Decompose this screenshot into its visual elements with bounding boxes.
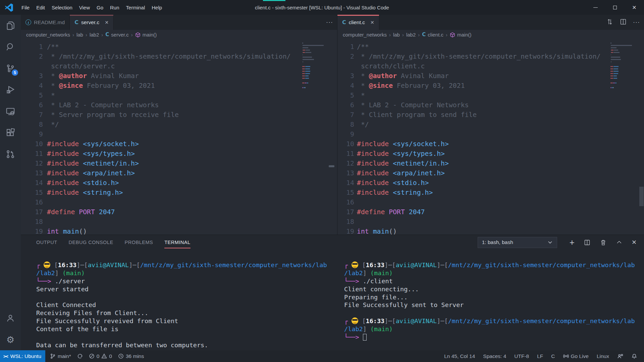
indentation-status[interactable]: Spaces: 4 xyxy=(483,353,506,359)
menu-selection[interactable]: Selection xyxy=(48,3,76,12)
window-title: client.c - sixth-semester [WSL: Ubuntu] … xyxy=(255,5,389,10)
encoding-status[interactable]: UTF-8 xyxy=(514,353,529,359)
menu-terminal[interactable]: Terminal xyxy=(123,3,149,12)
kill-terminal-icon[interactable] xyxy=(600,239,607,246)
code-editor-client[interactable]: 1/**2 * /mnt/z/my_git/sixth-semester/com… xyxy=(337,39,644,235)
breadcrumb-item[interactable]: lab2 xyxy=(406,32,416,38)
minimize-button[interactable] xyxy=(586,0,605,15)
feedback-person-icon xyxy=(617,353,623,359)
git-branch-status[interactable]: main* xyxy=(50,353,71,359)
menu-view[interactable]: View xyxy=(76,3,93,12)
close-tab-icon[interactable]: ✕ xyxy=(105,20,109,25)
more-actions-icon[interactable]: ··· xyxy=(326,19,333,26)
terminal-line: Receiving Files from Client... xyxy=(36,309,337,317)
close-tab-icon[interactable]: ✕ xyxy=(370,20,374,25)
breadcrumb-item[interactable]: lab xyxy=(393,32,400,38)
branch-icon xyxy=(50,353,56,359)
terminal-line xyxy=(344,309,644,317)
tab-server-c[interactable]: C server.c ✕ xyxy=(70,15,114,30)
panel-tab-debug-console[interactable]: DEBUG CONSOLE xyxy=(69,238,113,246)
breadcrumb[interactable]: computer_networks›lab›lab2›Cserver.c›mai… xyxy=(21,30,337,39)
notifications-button[interactable] xyxy=(631,353,637,359)
tab-readme[interactable]: i README.md xyxy=(21,15,70,30)
breadcrumb-symbol[interactable]: main() xyxy=(143,32,157,38)
broadcast-icon xyxy=(563,353,569,359)
terminal-server[interactable]: ┌ [16:33]─[avii@AVINAL]─[/mnt/z/my_git/s… xyxy=(21,261,337,349)
code-line: 17#define PORT 2047 xyxy=(337,207,644,217)
run-debug-icon[interactable] xyxy=(0,79,21,101)
code-line: scratch/server.c xyxy=(21,61,337,71)
feedback-button[interactable] xyxy=(617,353,623,359)
menu-run[interactable]: Run xyxy=(107,3,123,12)
problems-status[interactable]: 0 0 xyxy=(89,353,112,359)
code-line: 15#include <string.h> xyxy=(337,188,644,197)
code-line: 18 xyxy=(337,217,644,227)
breadcrumb-item[interactable]: lab2 xyxy=(90,32,99,38)
panel-tab-terminal[interactable]: TERMINAL xyxy=(164,238,190,246)
terminal-client[interactable]: ┌ [16:33]─[avii@AVINAL]─[/mnt/z/my_git/s… xyxy=(337,261,644,349)
breadcrumb-item[interactable]: lab xyxy=(76,32,83,38)
scrollbar-slider[interactable] xyxy=(639,187,644,206)
bell-icon xyxy=(631,353,637,359)
chevron-down-icon xyxy=(547,240,553,245)
eol-status[interactable]: LF xyxy=(537,353,543,359)
breadcrumb-file[interactable]: client.c xyxy=(428,32,443,38)
cursor-position[interactable]: Ln 45, Col 14 xyxy=(444,353,475,359)
window-top-accent xyxy=(263,0,285,1)
source-control-icon[interactable]: 5 xyxy=(0,58,21,79)
sash-handle[interactable] xyxy=(329,165,334,167)
sunglasses-emoji xyxy=(44,261,50,268)
chevron-right-icon: › xyxy=(86,32,87,38)
close-window-button[interactable]: ✕ xyxy=(625,0,644,15)
new-terminal-icon[interactable]: + xyxy=(570,239,575,246)
split-editor-icon[interactable] xyxy=(620,18,627,27)
maximize-button[interactable] xyxy=(605,0,625,15)
code-line: 10#include <sys/socket.h> xyxy=(337,139,644,149)
settings-gear-icon[interactable]: ⚙ xyxy=(0,329,21,350)
code-editor-server[interactable]: 1/**2 * /mnt/z/my_git/sixth-semester/com… xyxy=(21,39,337,235)
sync-status[interactable] xyxy=(77,353,83,359)
breadcrumb-symbol[interactable]: main() xyxy=(457,32,472,38)
close-panel-icon[interactable]: ✕ xyxy=(632,239,637,246)
menu-edit[interactable]: Edit xyxy=(33,3,48,12)
editor-group-server: i README.md C server.c ✕ ··· computer_ne… xyxy=(21,15,337,235)
chevron-right-icon: › xyxy=(446,32,447,38)
extensions-icon[interactable] xyxy=(0,122,21,143)
search-icon[interactable] xyxy=(0,36,21,58)
panel-tab-problems[interactable]: PROBLEMS xyxy=(125,238,153,246)
language-mode[interactable]: C xyxy=(551,353,555,359)
accounts-icon[interactable] xyxy=(0,307,21,329)
code-line: 8 */ xyxy=(337,120,644,129)
menu-go[interactable]: Go xyxy=(93,3,107,12)
terminal-selector[interactable]: 1: bash, bash xyxy=(478,237,557,248)
os-indicator[interactable]: Linux xyxy=(597,353,609,359)
code-line: 19int main() xyxy=(337,227,644,235)
split-terminal-icon[interactable] xyxy=(584,239,591,246)
breadcrumb-item[interactable]: computer_networks xyxy=(26,32,70,38)
minimap[interactable] xyxy=(610,43,633,89)
menu-file[interactable]: File xyxy=(18,3,33,12)
remote-indicator[interactable]: >< WSL: Ubuntu xyxy=(0,350,45,362)
menu-help[interactable]: Help xyxy=(148,3,165,12)
panel: OUTPUTDEBUG CONSOLEPROBLEMSTERMINAL 1: b… xyxy=(21,235,644,350)
terminal-line: Client Connected xyxy=(36,301,337,309)
more-actions-icon[interactable]: ··· xyxy=(633,19,640,26)
breadcrumb[interactable]: computer_networks›lab›lab2›Cclient.c›mai… xyxy=(337,30,644,39)
tab-client-c[interactable]: C client.c ✕ xyxy=(337,15,379,30)
time-tracker-status[interactable]: 36 mins xyxy=(118,353,144,359)
breadcrumb-file[interactable]: server.c xyxy=(111,32,129,38)
remote-explorer-icon[interactable] xyxy=(0,101,21,122)
go-live-button[interactable]: Go Live xyxy=(563,353,589,359)
maximize-panel-icon[interactable] xyxy=(616,239,623,246)
explorer-icon[interactable] xyxy=(0,15,21,36)
open-changes-icon[interactable] xyxy=(606,18,613,27)
panel-tab-output[interactable]: OUTPUT xyxy=(36,238,57,246)
window-controls: ✕ xyxy=(586,0,644,15)
github-pull-requests-icon[interactable] xyxy=(0,143,21,165)
breadcrumb-item[interactable]: computer_networks xyxy=(343,32,387,38)
code-line: 1/** xyxy=(21,42,337,52)
code-line: 3 * @author Avinal Kumar xyxy=(337,71,644,81)
minimap[interactable] xyxy=(302,43,324,89)
tab-label: server.c xyxy=(81,19,99,25)
terminal-line: /lab2] (main) xyxy=(36,269,337,277)
